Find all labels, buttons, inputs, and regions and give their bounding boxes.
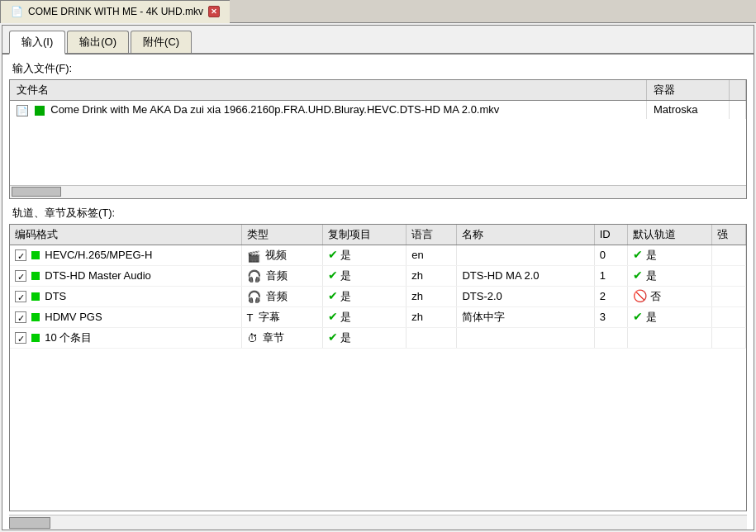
track-id: 0 — [594, 245, 628, 265]
tracks-table: 编码格式 类型 复制项目 语言 名称 ID 默认轨道 强 — [10, 225, 746, 349]
track-default: ✔ 是 — [628, 306, 712, 327]
scrollbar-thumb[interactable] — [12, 187, 61, 197]
file-icon: 📄 — [11, 6, 23, 17]
tab-attachment-label: 附件(C) — [143, 36, 179, 48]
codec-indicator — [31, 292, 40, 301]
tab-input-label: 输入(I) — [21, 36, 53, 48]
col-default: 默认轨道 — [628, 225, 712, 245]
track-lang: zh — [407, 306, 457, 327]
file-filename: 📄 Come Drink with Me AKA Da zui xia 1966… — [10, 101, 647, 119]
close-tab-button[interactable]: ✕ — [208, 6, 220, 17]
track-type: ⏱ 章节 — [241, 327, 322, 348]
track-checkbox[interactable] — [15, 291, 26, 302]
copy-check-icon: ✔ — [328, 330, 338, 344]
track-default: ✔ 是 — [628, 245, 712, 265]
tab-title: COME DRINK WITH ME - 4K UHD.mkv — [28, 6, 203, 17]
track-row[interactable]: 10 个条目 ⏱ 章节 ✔ 是 — [10, 327, 746, 348]
track-checkbox[interactable] — [15, 311, 26, 323]
file-status-indicator — [35, 106, 45, 116]
track-name: 简体中字 — [457, 306, 594, 327]
col-container: 容器 — [647, 80, 730, 101]
video-icon: 🎬 — [247, 250, 260, 260]
col-forced: 强 — [712, 225, 746, 245]
copy-check-icon: ✔ — [328, 268, 338, 282]
file-tab[interactable]: 📄 COME DRINK WITH ME - 4K UHD.mkv ✕ — [0, 0, 230, 23]
file-doc-icon: 📄 — [17, 105, 28, 116]
tab-output-label: 输出(O) — [79, 36, 116, 48]
file-row[interactable]: 📄 Come Drink with Me AKA Da zui xia 1966… — [10, 101, 746, 119]
file-scrollbar-horizontal[interactable] — [10, 185, 746, 198]
track-lang: zh — [407, 265, 457, 286]
default-check-icon: ✔ — [633, 268, 643, 282]
track-forced — [712, 306, 746, 327]
sub-tab-bar: 输入(I) 输出(O) 附件(C) — [2, 26, 754, 55]
track-copy: ✔ 是 — [322, 286, 407, 306]
tab-attachment[interactable]: 附件(C) — [131, 31, 192, 53]
track-forced — [712, 327, 746, 348]
track-checkbox[interactable] — [15, 332, 26, 344]
col-id: ID — [594, 225, 628, 245]
copy-check-icon: ✔ — [328, 310, 338, 323]
default-check-icon: ✔ — [633, 248, 643, 261]
track-default: ✔ 是 — [628, 265, 712, 286]
track-checkbox[interactable] — [15, 270, 26, 282]
audio-icon: 🎧 — [247, 290, 261, 303]
track-forced — [712, 286, 746, 306]
track-lang: en — [407, 245, 457, 265]
track-forced — [712, 245, 746, 265]
track-name: DTS-2.0 — [457, 286, 594, 306]
file-table: 文件名 容器 📄 Come Drink with Me AKA Da zui x… — [10, 80, 746, 119]
codec-indicator — [31, 251, 40, 259]
track-copy: ✔ 是 — [322, 306, 407, 327]
codec-indicator — [31, 313, 40, 321]
chapter-icon: ⏱ — [247, 332, 258, 344]
main-window: 📄 COME DRINK WITH ME - 4K UHD.mkv ✕ 输入(I… — [0, 0, 756, 532]
track-lang — [407, 327, 457, 348]
col-copy: 复制项目 — [322, 225, 407, 245]
tracks-section-label: 轨道、章节及标签(T): — [2, 202, 754, 224]
main-content-area: 输入(I) 输出(O) 附件(C) 输入文件(F): 文件名 容器 — [2, 25, 754, 530]
tracks-scrollbar-horizontal[interactable] — [9, 515, 747, 530]
file-extra — [730, 101, 746, 119]
tracks-table-container: 编码格式 类型 复制项目 语言 名称 ID 默认轨道 强 — [9, 224, 747, 511]
track-id: 2 — [594, 286, 628, 306]
col-lang: 语言 — [407, 225, 457, 245]
col-extra — [730, 80, 746, 101]
col-codec: 编码格式 — [10, 225, 241, 245]
default-no-icon: 🚫 — [633, 289, 647, 302]
track-codec: DTS-HD Master Audio — [10, 265, 241, 286]
tab-bar: 📄 COME DRINK WITH ME - 4K UHD.mkv ✕ — [0, 0, 756, 23]
codec-indicator — [31, 272, 40, 280]
codec-indicator — [31, 334, 40, 342]
track-id — [594, 327, 628, 348]
tab-output[interactable]: 输出(O) — [67, 31, 129, 53]
col-type: 类型 — [241, 225, 322, 245]
track-row[interactable]: HDMV PGS T 字幕 ✔ 是 zh 简体中字 3 — [10, 306, 746, 327]
track-name — [457, 327, 594, 348]
track-default: 🚫 否 — [628, 286, 712, 306]
file-table-container: 文件名 容器 📄 Come Drink with Me AKA Da zui x… — [9, 79, 747, 199]
track-row[interactable]: DTS-HD Master Audio 🎧 音频 ✔ 是 zh DTS-HD M… — [10, 265, 746, 286]
track-default — [628, 327, 712, 348]
track-type: 🎧 音频 — [241, 286, 322, 306]
track-copy: ✔ 是 — [322, 265, 407, 286]
default-check-icon: ✔ — [633, 310, 643, 323]
input-file-label: 输入文件(F): — [2, 55, 754, 79]
track-row[interactable]: DTS 🎧 音频 ✔ 是 zh DTS-2.0 2 — [10, 286, 746, 306]
track-id: 3 — [594, 306, 628, 327]
track-name: DTS-HD MA 2.0 — [457, 265, 594, 286]
copy-check-icon: ✔ — [328, 289, 338, 302]
track-name — [457, 245, 594, 265]
track-codec: 10 个条目 — [10, 327, 241, 348]
file-container: Matroska — [647, 101, 730, 119]
col-name: 名称 — [457, 225, 594, 245]
tracks-scrollbar-thumb[interactable] — [9, 517, 50, 529]
col-filename: 文件名 — [10, 80, 647, 101]
track-type: 🎧 音频 — [241, 265, 322, 286]
track-codec: DTS — [10, 286, 241, 306]
copy-check-icon: ✔ — [328, 248, 338, 261]
tab-input[interactable]: 输入(I) — [9, 31, 65, 55]
track-id: 1 — [594, 265, 628, 286]
track-checkbox[interactable] — [15, 249, 26, 261]
track-row[interactable]: HEVC/H.265/MPEG-H 🎬 视频 ✔ 是 en 0 — [10, 245, 746, 265]
